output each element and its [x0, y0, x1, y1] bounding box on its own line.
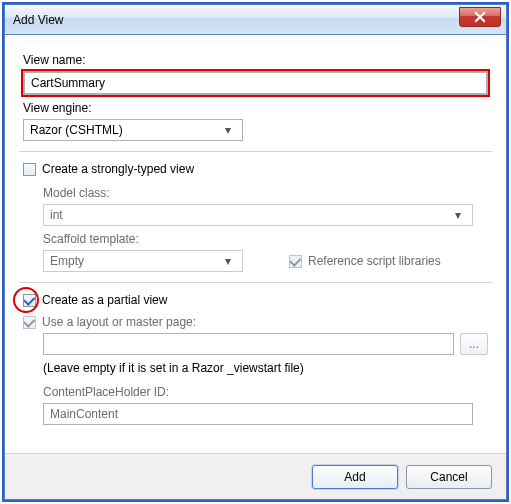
use-layout-checkbox: Use a layout or master page: [23, 315, 196, 329]
model-class-value: int [50, 208, 63, 222]
scaffold-template-value: Empty [50, 254, 84, 268]
partial-view-label: Create as a partial view [42, 293, 167, 307]
scaffold-template-select: Empty ▾ [43, 250, 243, 272]
checkbox-icon [23, 316, 36, 329]
ellipsis-icon: ... [469, 337, 479, 351]
view-name-label: View name: [23, 53, 488, 67]
close-icon [474, 11, 486, 23]
window-title: Add View [13, 13, 63, 27]
chevron-down-icon: ▾ [220, 123, 236, 137]
checkbox-icon [23, 163, 36, 176]
title-bar: Add View [5, 5, 506, 35]
view-name-input[interactable] [24, 72, 487, 94]
browse-button: ... [460, 333, 488, 355]
layout-path-input [43, 333, 454, 355]
checkbox-icon [23, 294, 36, 307]
dialog-window: Add View View name: View engine: Razor (… [4, 4, 507, 500]
chevron-down-icon: ▾ [220, 254, 236, 268]
reference-scripts-label: Reference script libraries [308, 254, 441, 268]
strongly-typed-label: Create a strongly-typed view [42, 162, 194, 176]
scaffold-template-label: Scaffold template: [43, 232, 488, 246]
close-button[interactable] [459, 7, 501, 27]
use-layout-label: Use a layout or master page: [42, 315, 196, 329]
placeholder-id-label: ContentPlaceHolder ID: [43, 385, 488, 399]
chevron-down-icon: ▾ [450, 208, 466, 222]
reference-scripts-checkbox: Reference script libraries [289, 254, 441, 268]
add-button[interactable]: Add [312, 465, 398, 489]
leave-empty-hint: (Leave empty if it is set in a Razor _vi… [43, 361, 488, 375]
view-name-field-wrap [23, 71, 488, 95]
model-class-select: int ▾ [43, 204, 473, 226]
view-engine-select[interactable]: Razor (CSHTML) ▾ [23, 119, 243, 141]
placeholder-id-input [43, 403, 473, 425]
cancel-button[interactable]: Cancel [406, 465, 492, 489]
strongly-typed-checkbox[interactable]: Create a strongly-typed view [23, 162, 194, 176]
model-class-label: Model class: [43, 186, 488, 200]
view-engine-value: Razor (CSHTML) [30, 123, 123, 137]
checkbox-icon [289, 255, 302, 268]
dialog-button-bar: Add Cancel [5, 453, 506, 499]
view-engine-label: View engine: [23, 101, 488, 115]
partial-view-checkbox[interactable]: Create as a partial view [23, 293, 167, 307]
